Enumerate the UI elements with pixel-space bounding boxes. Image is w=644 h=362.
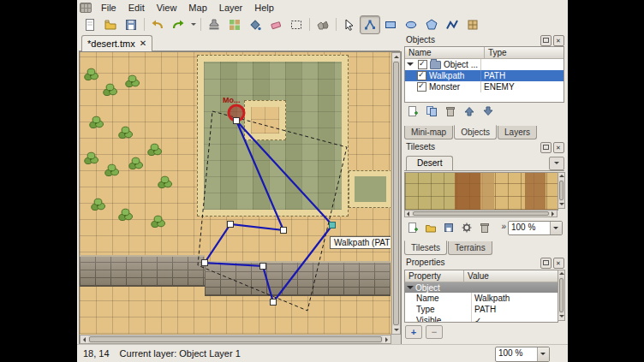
object-row-walkpath[interactable]: Walkpath PATH xyxy=(405,70,564,81)
canvas-vscrollbar[interactable] xyxy=(391,52,401,335)
checkbox-checked-icon[interactable] xyxy=(418,60,427,69)
menu-view[interactable]: View xyxy=(151,2,183,14)
redo-icon[interactable] xyxy=(168,15,188,34)
objects-toolbar xyxy=(404,104,496,119)
add-property-button[interactable]: + xyxy=(405,325,422,339)
float-icon[interactable] xyxy=(540,142,552,153)
close-icon[interactable]: ✕ xyxy=(140,39,146,48)
visible-checkbox[interactable]: ✓ xyxy=(471,315,558,323)
remove-object-icon[interactable] xyxy=(442,104,458,119)
tile-stamp-icon[interactable] xyxy=(313,15,333,34)
checkbox-checked-icon[interactable] xyxy=(417,71,426,80)
current-layer-label: Current layer: Object Layer 1 xyxy=(120,348,241,359)
tab-layers[interactable]: Layers xyxy=(498,126,537,139)
menu-help[interactable]: Help xyxy=(248,2,280,14)
open-icon[interactable] xyxy=(100,15,121,34)
expander-icon[interactable] xyxy=(407,62,414,69)
tileset-dropdown-icon[interactable] xyxy=(549,157,564,170)
eraser-icon[interactable] xyxy=(265,15,286,34)
stamp-brush-icon[interactable] xyxy=(204,15,224,34)
property-row-type[interactable]: Type PATH xyxy=(405,304,558,315)
new-tileset-icon[interactable] xyxy=(404,220,420,235)
select-objects-icon[interactable] xyxy=(339,15,360,34)
export-tileset-icon[interactable] xyxy=(440,220,456,235)
walkpath-polygon[interactable] xyxy=(205,121,332,302)
lower-object-icon[interactable] xyxy=(480,104,496,119)
column-property: Property xyxy=(405,270,463,282)
rectangular-select-icon[interactable] xyxy=(286,15,307,34)
column-name: Name xyxy=(405,47,484,58)
tilesets-dock-title: Tilesets xyxy=(402,141,566,153)
import-tileset-icon[interactable] xyxy=(422,220,438,235)
property-row-visible[interactable]: Visible ✓ xyxy=(405,315,558,323)
bucket-fill-icon[interactable] xyxy=(245,15,265,34)
menu-layer[interactable]: Layer xyxy=(213,2,249,14)
tab-tilesets[interactable]: Tilesets xyxy=(404,240,447,255)
column-type: Type xyxy=(484,47,564,58)
chevron-down-icon[interactable] xyxy=(550,222,562,234)
toolbar-overflow-icon[interactable]: » xyxy=(501,222,506,231)
insert-rectangle-icon[interactable] xyxy=(380,15,401,34)
app-icon xyxy=(80,3,92,13)
tileset-tab-desert[interactable]: Desert xyxy=(406,156,453,170)
vscroll-thumb[interactable] xyxy=(393,62,399,325)
edit-polygons-icon[interactable] xyxy=(360,15,380,34)
tab-terrains[interactable]: Terrains xyxy=(448,241,492,255)
document-tab[interactable]: *desert.tmx ✕ xyxy=(81,35,152,51)
properties-table-header[interactable]: Property Value xyxy=(405,270,558,282)
scroll-right-icon[interactable] xyxy=(383,335,391,343)
hscroll-thumb[interactable] xyxy=(89,336,382,342)
status-bar: 18, 14 Current layer: Object Layer 1 100… xyxy=(77,344,568,362)
canvas-hscrollbar[interactable] xyxy=(80,335,391,344)
close-icon[interactable] xyxy=(553,142,564,153)
properties-toolbar: + − xyxy=(405,325,443,339)
terrain-brush-icon[interactable] xyxy=(224,15,245,34)
tab-mini-map[interactable]: Mini-map xyxy=(404,126,453,139)
add-object-icon[interactable] xyxy=(404,104,420,119)
expander-icon[interactable] xyxy=(407,286,414,293)
toolbar-separator xyxy=(200,18,201,31)
undo-icon[interactable] xyxy=(147,15,168,34)
remove-tileset-icon[interactable] xyxy=(476,220,492,235)
map-canvas[interactable]: Mo... Walkpath (PATH) xyxy=(79,51,402,345)
object-group-row[interactable]: Object ... xyxy=(405,59,564,70)
remove-property-button[interactable]: − xyxy=(426,325,443,339)
chevron-down-icon[interactable] xyxy=(537,347,549,361)
tileset-zoom-select[interactable]: 100 % xyxy=(508,221,563,235)
tileset-hscrollbar[interactable] xyxy=(404,210,558,217)
properties-vscrollbar[interactable] xyxy=(558,270,565,321)
insert-polygon-icon[interactable] xyxy=(421,15,442,34)
tileset-vscrollbar[interactable] xyxy=(558,172,565,209)
float-icon[interactable] xyxy=(540,258,552,269)
property-group-object[interactable]: Object xyxy=(405,282,558,293)
insert-ellipse-icon[interactable] xyxy=(401,15,421,34)
zoom-select[interactable]: 100 % xyxy=(495,347,550,362)
menu-file[interactable]: File xyxy=(95,2,122,14)
scroll-left-icon[interactable] xyxy=(80,335,88,343)
objects-table-header[interactable]: Name Type xyxy=(405,47,564,59)
new-icon[interactable] xyxy=(80,15,100,34)
object-row-monster[interactable]: Monster ENEMY xyxy=(405,81,564,92)
close-icon[interactable] xyxy=(553,35,564,46)
scroll-down-icon[interactable] xyxy=(392,326,400,334)
menu-map[interactable]: Map xyxy=(182,2,212,14)
tileset-preview[interactable] xyxy=(404,172,558,211)
insert-tile-icon[interactable] xyxy=(462,15,483,34)
redo-history-icon[interactable] xyxy=(188,16,198,33)
save-icon[interactable] xyxy=(121,15,141,34)
property-row-name[interactable]: Name Walkpath xyxy=(405,293,558,304)
map-view[interactable]: Mo... Walkpath (PATH) xyxy=(80,52,391,334)
objects-table: Name Type Object ... Walkpath PATH xyxy=(404,46,564,103)
menu-edit[interactable]: Edit xyxy=(122,2,151,14)
insert-polyline-icon[interactable] xyxy=(442,15,462,34)
properties-table: Property Value Object Name Walkpath Type… xyxy=(404,270,558,323)
duplicate-object-icon[interactable] xyxy=(423,104,439,119)
tiled-window: File Edit View Map Layer Help xyxy=(77,0,568,362)
scroll-up-icon[interactable] xyxy=(392,53,400,61)
float-icon[interactable] xyxy=(540,35,552,46)
tileset-properties-icon[interactable] xyxy=(458,220,474,235)
close-icon[interactable] xyxy=(553,258,564,269)
tab-objects[interactable]: Objects xyxy=(454,125,497,139)
raise-object-icon[interactable] xyxy=(461,104,477,119)
checkbox-checked-icon[interactable] xyxy=(417,82,426,92)
